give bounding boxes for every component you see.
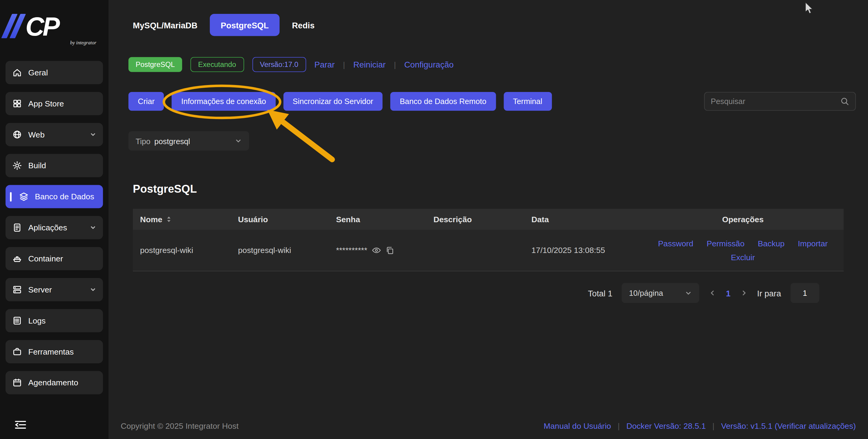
copyright-text: Copyright © 2025 Integrator Host bbox=[121, 421, 239, 430]
sort-icon[interactable] bbox=[166, 216, 172, 223]
sidebar-item-build[interactable]: Build bbox=[5, 154, 103, 177]
footer-links: Manual do Usuário | Docker Versão: 28.5.… bbox=[544, 421, 856, 430]
grid-icon bbox=[12, 98, 22, 109]
app-window: CP by integrator Geral App Store bbox=[0, 0, 868, 439]
sidebar-item-logs[interactable]: Logs bbox=[5, 309, 103, 332]
chevron-down-icon bbox=[235, 138, 242, 145]
gear-icon bbox=[12, 161, 22, 171]
main-content: MySQL/MariaDB PostgreSQL Redis PostgreSQ… bbox=[108, 0, 868, 439]
current-page[interactable]: 1 bbox=[726, 288, 730, 298]
server-icon bbox=[12, 285, 22, 295]
separator: | bbox=[712, 421, 715, 430]
sidebar-item-aplicacoes[interactable]: Aplicações bbox=[5, 216, 103, 239]
service-status-row: PostgreSQL Executando Versão:17.0 Parar … bbox=[128, 57, 868, 72]
sidebar-item-web[interactable]: Web bbox=[5, 123, 103, 146]
docker-version-link[interactable]: Docker Versão: 28.5.1 bbox=[626, 421, 706, 430]
search-box bbox=[704, 92, 856, 111]
stop-link[interactable]: Parar bbox=[314, 60, 335, 69]
sidebar-item-ferramentas[interactable]: Ferramentas bbox=[5, 340, 103, 363]
user-manual-link[interactable]: Manual do Usuário bbox=[544, 421, 611, 430]
table-header-row: Nome Usuário Senha Descrição Data Operaç… bbox=[133, 209, 844, 230]
panel-title: PostgreSQL bbox=[133, 183, 844, 195]
layers-icon bbox=[19, 192, 29, 202]
connection-info-button[interactable]: Informações de conexão bbox=[172, 92, 276, 111]
home-icon bbox=[12, 67, 22, 78]
next-page-button[interactable] bbox=[740, 289, 748, 297]
cell-operacoes: Password Permissão Backup Importar Exclu… bbox=[642, 236, 844, 265]
remote-database-button[interactable]: Banco de Dados Remoto bbox=[390, 92, 496, 111]
page-size-select[interactable]: 10/página bbox=[622, 283, 699, 303]
previous-page-button[interactable] bbox=[709, 289, 717, 297]
service-badge: PostgreSQL bbox=[128, 57, 182, 72]
database-table: Nome Usuário Senha Descrição Data Operaç… bbox=[133, 209, 844, 271]
delete-link[interactable]: Excluir bbox=[731, 253, 755, 261]
briefcase-icon bbox=[12, 347, 22, 357]
separator: | bbox=[394, 60, 396, 69]
goto-label: Ir para bbox=[757, 288, 781, 298]
import-link[interactable]: Importar bbox=[798, 239, 828, 248]
goto-page-input[interactable] bbox=[790, 283, 819, 303]
tab-postgresql[interactable]: PostgreSQL bbox=[210, 14, 280, 36]
sidebar-item-agendamento[interactable]: Agendamento bbox=[5, 371, 103, 394]
eye-icon[interactable] bbox=[372, 247, 381, 254]
search-icon[interactable] bbox=[840, 97, 849, 106]
database-panel: PostgreSQL Nome Usuário Senha Descrição … bbox=[133, 183, 844, 303]
restart-link[interactable]: Reiniciar bbox=[353, 60, 385, 69]
table-row: postgresql-wiki postgresql-wiki ********… bbox=[133, 230, 844, 271]
log-list-icon bbox=[12, 316, 22, 326]
column-header-descricao: Descrição bbox=[426, 215, 524, 224]
operations-links: Password Permissão Backup Importar Exclu… bbox=[652, 236, 834, 265]
running-status-badge: Executando bbox=[190, 57, 244, 72]
copy-icon[interactable] bbox=[386, 246, 394, 254]
type-select-value: postgresql bbox=[154, 137, 190, 145]
document-icon bbox=[12, 223, 22, 232]
version-update-link[interactable]: Versão: v1.5.1 (Verificar atualizações) bbox=[721, 421, 856, 430]
globe-icon bbox=[12, 130, 22, 140]
footer: Copyright © 2025 Integrator Host Manual … bbox=[108, 421, 868, 439]
active-indicator bbox=[10, 192, 12, 201]
chevron-down-icon bbox=[90, 131, 96, 138]
app-logo: CP by integrator bbox=[0, 0, 108, 51]
cell-usuario: postgresql-wiki bbox=[231, 246, 329, 255]
sidebar-menu: Geral App Store Web bbox=[0, 51, 108, 394]
collapse-icon bbox=[13, 419, 28, 430]
tab-mysql-mariadb[interactable]: MySQL/MariaDB bbox=[122, 14, 209, 36]
cell-nome: postgresql-wiki bbox=[133, 246, 231, 255]
password-link[interactable]: Password bbox=[658, 239, 693, 248]
cell-data: 17/10/2025 13:08:55 bbox=[524, 246, 642, 255]
type-select[interactable]: Tipo postgresql bbox=[128, 131, 249, 150]
separator: | bbox=[618, 421, 620, 430]
database-tabs: MySQL/MariaDB PostgreSQL Redis bbox=[108, 0, 868, 36]
chevron-down-icon bbox=[685, 289, 692, 297]
column-header-operacoes: Operações bbox=[642, 215, 844, 224]
ship-icon bbox=[12, 254, 22, 264]
backup-link[interactable]: Backup bbox=[758, 239, 784, 248]
total-count: Total 1 bbox=[588, 288, 613, 298]
sidebar-collapse-button[interactable] bbox=[13, 419, 28, 432]
column-header-nome: Nome bbox=[133, 215, 231, 224]
tab-redis[interactable]: Redis bbox=[281, 14, 326, 36]
sync-server-button[interactable]: Sincronizar do Servidor bbox=[283, 92, 383, 111]
column-header-data: Data bbox=[524, 215, 642, 224]
sidebar-item-container[interactable]: Container bbox=[5, 247, 103, 270]
masked-password: ********** bbox=[336, 246, 367, 255]
terminal-button[interactable]: Terminal bbox=[504, 92, 552, 111]
sidebar-item-server[interactable]: Server bbox=[5, 278, 103, 301]
actions-toolbar: Criar Informações de conexão Sincronizar… bbox=[128, 92, 856, 111]
configuration-link[interactable]: Configuração bbox=[404, 60, 454, 69]
sidebar: CP by integrator Geral App Store bbox=[0, 0, 108, 439]
sidebar-item-banco-de-dados[interactable]: Banco de Dados bbox=[5, 185, 103, 208]
filter-row: Tipo postgresql bbox=[128, 131, 868, 150]
type-select-label: Tipo bbox=[135, 137, 150, 145]
logo-mark: CP bbox=[7, 10, 101, 42]
separator: | bbox=[343, 60, 345, 69]
sidebar-item-geral[interactable]: Geral bbox=[5, 61, 103, 84]
column-header-usuario: Usuário bbox=[231, 215, 329, 224]
column-header-senha: Senha bbox=[329, 215, 426, 224]
create-button[interactable]: Criar bbox=[128, 92, 164, 111]
chevron-down-icon bbox=[90, 287, 96, 293]
version-badge: Versão:17.0 bbox=[252, 57, 306, 72]
search-input[interactable] bbox=[711, 97, 840, 106]
permission-link[interactable]: Permissão bbox=[707, 239, 744, 248]
sidebar-item-app-store[interactable]: App Store bbox=[5, 92, 103, 115]
